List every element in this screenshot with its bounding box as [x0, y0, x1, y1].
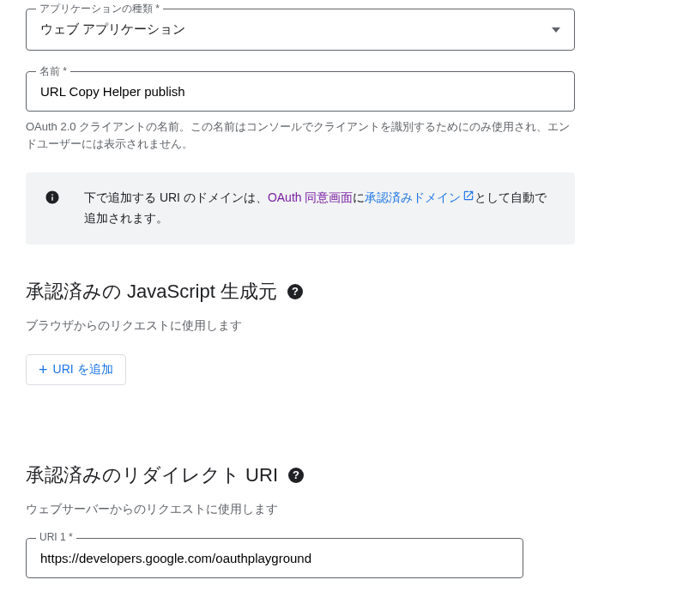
chevron-down-icon	[552, 27, 560, 33]
name-input[interactable]	[26, 71, 575, 112]
info-icon	[45, 190, 60, 208]
name-label: 名前 *	[36, 64, 70, 79]
js-origins-title: 承認済みの JavaScript 生成元	[26, 279, 277, 305]
redirect-uri-subtitle: ウェブサーバーからのリクエストに使用します	[26, 502, 663, 517]
app-type-value: ウェブ アプリケーション	[40, 21, 185, 38]
help-icon[interactable]: ?	[288, 468, 304, 483]
name-helper-text: OAuth 2.0 クライアントの名前。この名前はコンソールでクライアントを識別…	[26, 118, 575, 152]
app-type-label: アプリケーションの種類 *	[36, 2, 163, 16]
uri1-input[interactable]	[26, 538, 523, 578]
info-banner: 下で追加する URI のドメインは、OAuth 同意画面に承認済みドメインとして…	[26, 172, 575, 245]
plus-icon: +	[39, 362, 48, 377]
external-link-icon	[462, 188, 474, 208]
redirect-uri-title: 承認済みのリダイレクト URI	[26, 462, 278, 488]
add-uri-button[interactable]: + URI を追加	[26, 354, 126, 385]
authorized-domain-link[interactable]: 承認済みドメイン	[365, 190, 474, 204]
help-icon[interactable]: ?	[287, 284, 303, 299]
info-text: 下で追加する URI のドメインは、OAuth 同意画面に承認済みドメインとして…	[84, 188, 556, 229]
add-uri-label: URI を追加	[53, 362, 113, 377]
oauth-consent-link[interactable]: OAuth 同意画面	[268, 190, 354, 204]
uri1-label: URI 1 *	[36, 531, 76, 543]
js-origins-subtitle: ブラウザからのリクエストに使用します	[26, 318, 663, 334]
